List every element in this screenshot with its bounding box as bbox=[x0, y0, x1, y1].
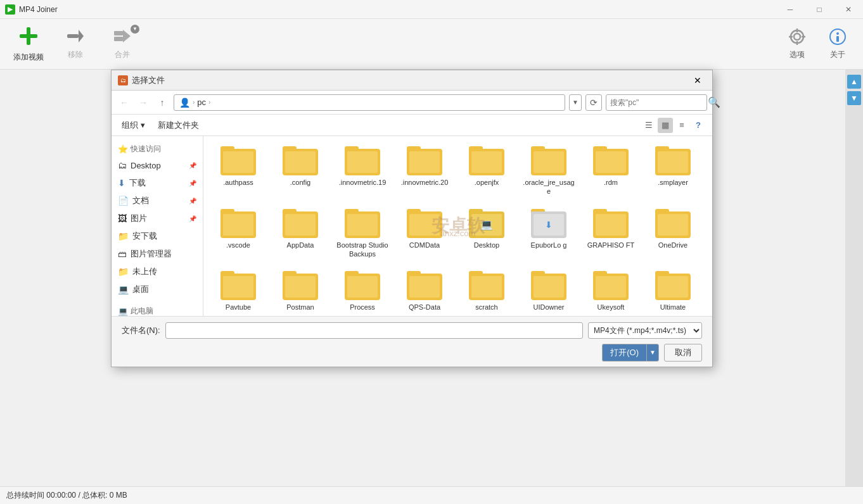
svg-rect-15 bbox=[836, 36, 839, 42]
file-item-rdm[interactable]: .rdm bbox=[582, 142, 639, 200]
sidebar-item-andownload[interactable]: 📁 安下载 bbox=[112, 227, 203, 245]
file-label: Ukeysoft bbox=[598, 303, 625, 312]
sidebar-item-desktop2[interactable]: 💻 桌面 bbox=[112, 280, 203, 298]
file-item-onedrive[interactable]: OneDrive bbox=[644, 205, 701, 263]
close-button[interactable]: ✕ bbox=[834, 0, 863, 19]
file-item-oracle[interactable]: .oracle_jre_usage bbox=[520, 142, 577, 200]
folder-icon bbox=[407, 271, 442, 300]
sidebar-download-label: 下载 bbox=[129, 177, 146, 189]
file-item-bootstrap[interactable]: Bootstrap Studio Backups bbox=[334, 205, 391, 263]
quick-access-group[interactable]: ⭐ 快速访问 bbox=[112, 141, 203, 156]
file-item-scratch[interactable]: scratch bbox=[458, 267, 515, 315]
folder-icon bbox=[655, 209, 691, 238]
filetype-select[interactable]: MP4文件 (*.mp4;*.m4v;*.ts) bbox=[588, 322, 702, 339]
options-button[interactable]: 选项 bbox=[778, 22, 816, 66]
file-item-process[interactable]: Process bbox=[334, 267, 391, 315]
file-item-epubor[interactable]: ⬇ EpuborLo g bbox=[520, 205, 577, 263]
about-icon bbox=[829, 28, 847, 49]
sidebar-item-unuploaded[interactable]: 📁 未上传 bbox=[112, 263, 203, 280]
file-item-authpass[interactable]: .authpass bbox=[210, 142, 267, 200]
file-item-uidowner[interactable]: UIDowner bbox=[520, 267, 577, 315]
back-button[interactable]: ← bbox=[117, 95, 132, 110]
open-dropdown-button[interactable]: ▼ bbox=[646, 344, 659, 362]
folder-icon bbox=[345, 209, 380, 238]
search-box[interactable]: 🔍 bbox=[606, 94, 707, 111]
view-details-button[interactable]: ≡ bbox=[674, 118, 689, 133]
down-arrow-button[interactable]: ▼ bbox=[847, 91, 861, 105]
address-dropdown-button[interactable]: ▼ bbox=[569, 94, 582, 111]
new-folder-button[interactable]: 新建文件夹 bbox=[154, 118, 203, 132]
forward-button[interactable]: → bbox=[136, 95, 151, 110]
up-arrow-button[interactable]: ▲ bbox=[847, 75, 861, 89]
file-item-qps[interactable]: QPS-Data bbox=[396, 267, 453, 315]
merge-button[interactable]: ▼ 合并 bbox=[100, 22, 144, 66]
svg-rect-5 bbox=[114, 37, 123, 41]
search-icon: 🔍 bbox=[708, 96, 720, 108]
sidebar-unuploaded-label: 未上传 bbox=[132, 266, 157, 277]
sidebar-item-desktop[interactable]: 🗂 Desktop 📌 bbox=[112, 156, 203, 174]
sidebar-item-download[interactable]: ⬇ 下载 📌 bbox=[112, 174, 203, 192]
sidebar-picmanager-label: 图片管理器 bbox=[131, 248, 172, 260]
main-toolbar: 添加视频 移除 ▼ 合并 bbox=[0, 19, 863, 70]
folder-icon bbox=[531, 146, 566, 175]
folder-icon bbox=[283, 209, 318, 238]
file-item-postman[interactable]: Postman bbox=[272, 267, 329, 315]
folder-icon bbox=[221, 271, 256, 300]
folder-icon bbox=[345, 146, 380, 175]
about-button[interactable]: 关于 bbox=[819, 22, 857, 66]
file-item-ukeysoft[interactable]: Ukeysoft bbox=[582, 267, 639, 315]
file-item-pavtube[interactable]: Pavtube bbox=[210, 267, 267, 315]
file-grid-container[interactable]: .authpass .config bbox=[203, 136, 712, 316]
filename-input[interactable] bbox=[165, 322, 583, 339]
pin-icon2: 📌 bbox=[189, 180, 196, 187]
pictures-icon: 🖼 bbox=[118, 213, 127, 224]
this-pc-label: 此电脑 bbox=[131, 306, 153, 317]
dialog-title: 选择文件 bbox=[132, 75, 165, 86]
minimize-button[interactable]: ─ bbox=[776, 0, 805, 19]
folder-icon bbox=[345, 271, 380, 300]
desktop2-icon: 💻 bbox=[118, 284, 129, 294]
refresh-button[interactable]: ⟳ bbox=[585, 94, 602, 111]
file-item-ultimate[interactable]: Ultimate bbox=[644, 267, 701, 315]
cancel-button[interactable]: 取消 bbox=[664, 344, 702, 362]
docs-icon: 📄 bbox=[118, 196, 129, 206]
file-item-appdata[interactable]: AppData bbox=[272, 205, 329, 263]
quick-access-label: 快速访问 bbox=[131, 144, 161, 154]
file-item-openjfx[interactable]: .openjfx bbox=[458, 142, 515, 200]
pin-icon: 📌 bbox=[189, 162, 196, 169]
file-item-graphisoft[interactable]: GRAPHISO FT bbox=[582, 205, 639, 263]
folder-icon: ⬇ bbox=[531, 209, 566, 238]
dialog-close-button[interactable]: ✕ bbox=[683, 70, 712, 91]
file-item-cdmdata[interactable]: CDMData bbox=[396, 205, 453, 263]
search-input[interactable] bbox=[610, 98, 705, 107]
file-item-innovmetric20[interactable]: .innovmetric.20 bbox=[396, 142, 453, 200]
remove-icon bbox=[66, 28, 85, 48]
sidebar-item-docs[interactable]: 📄 文档 📌 bbox=[112, 192, 203, 210]
address-path[interactable]: 👤 › pc › bbox=[174, 94, 565, 111]
file-label: .openjfx bbox=[475, 178, 499, 187]
open-button[interactable]: 打开(O) bbox=[602, 344, 646, 362]
file-label: scratch bbox=[475, 303, 497, 312]
view-grid-button[interactable]: ▦ bbox=[658, 118, 673, 133]
this-pc-group[interactable]: 💻 此电脑 bbox=[112, 303, 203, 316]
maximize-button[interactable]: □ bbox=[805, 0, 834, 19]
organize-button[interactable]: 组织 ▾ bbox=[118, 118, 149, 132]
file-item-desktop[interactable]: 💻 Desktop bbox=[458, 205, 515, 263]
file-item-config[interactable]: .config bbox=[272, 142, 329, 200]
file-item-smplayer[interactable]: .smplayer bbox=[644, 142, 701, 200]
help-button[interactable]: ? bbox=[691, 118, 706, 133]
file-label: Desktop bbox=[474, 241, 499, 249]
sidebar-item-picmanager[interactable]: 🗃 图片管理器 bbox=[112, 245, 203, 263]
file-item-innovmetric19[interactable]: .innovmetric.19 bbox=[334, 142, 391, 200]
file-item-vscode[interactable]: .vscode bbox=[210, 205, 267, 263]
folder-icon bbox=[469, 271, 504, 300]
folder-icon bbox=[593, 209, 629, 238]
options-label: 选项 bbox=[789, 49, 805, 60]
file-label: OneDrive bbox=[658, 241, 687, 249]
sidebar-item-pictures[interactable]: 🖼 图片 📌 bbox=[112, 210, 203, 227]
view-list-button[interactable]: ☰ bbox=[641, 118, 656, 133]
up-button[interactable]: ↑ bbox=[155, 95, 170, 110]
svg-marker-3 bbox=[79, 30, 84, 42]
remove-button[interactable]: 移除 bbox=[53, 22, 98, 66]
add-video-button[interactable]: 添加视频 bbox=[6, 22, 51, 66]
